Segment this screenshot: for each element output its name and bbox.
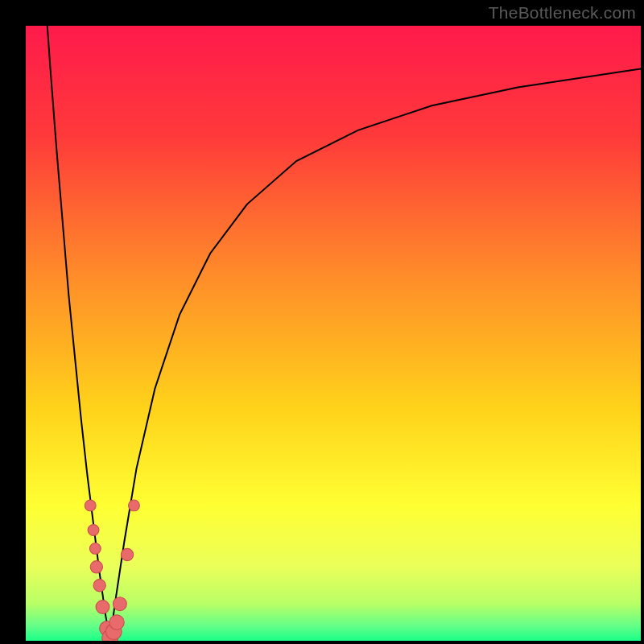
data-marker [85, 500, 96, 511]
data-marker [113, 597, 126, 611]
data-marker [109, 615, 124, 630]
data-marker [129, 500, 140, 511]
data-marker [90, 561, 102, 573]
data-marker [121, 548, 133, 560]
curve-right-branch [110, 68, 641, 641]
data-marker [96, 601, 109, 614]
data-marker [88, 525, 99, 536]
data-marker [93, 580, 105, 592]
attribution-text: TheBottleneck.com [489, 3, 636, 23]
plot-area [26, 26, 641, 641]
bottleneck-curve [26, 26, 641, 641]
data-marker [89, 543, 101, 555]
chart-frame: TheBottleneck.com [0, 0, 644, 644]
